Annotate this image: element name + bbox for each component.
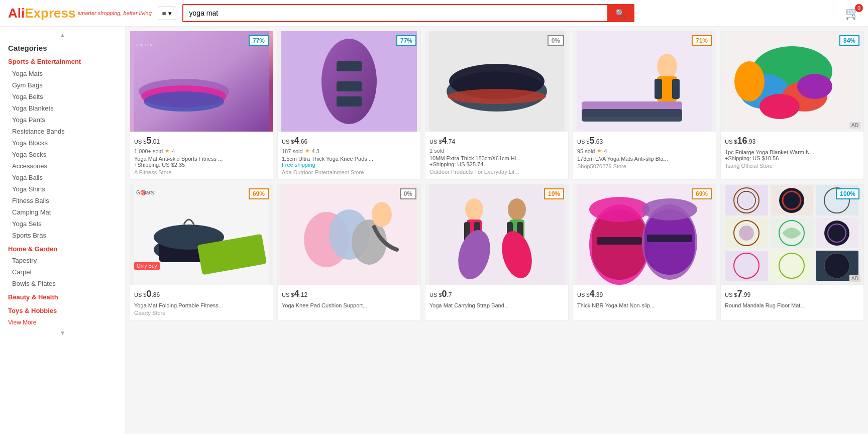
product-price: US $4.66 <box>282 136 416 146</box>
product-info: US $16.93 1pc Enlarge Yoga Blanket Warm … <box>721 132 863 173</box>
cart-badge: 0 <box>855 4 863 12</box>
sidebar-item-beauty-health[interactable]: Beauty & Health <box>0 289 125 303</box>
product-card[interactable]: 19% US $0.7 Yoga Mat Carrying Strap Band… <box>425 184 569 320</box>
sidebar-scroll-down[interactable]: ▼ <box>0 329 125 338</box>
product-price: US $4.12 <box>282 289 416 299</box>
logo-subtitle: smarter shopping, better living <box>77 10 151 16</box>
logo-text: AliExpress <box>8 6 75 21</box>
sidebar-item-yoga-mats[interactable]: Yoga Mats <box>0 68 125 79</box>
product-price: US $5.63 <box>577 136 712 146</box>
product-card[interactable]: 69% US $4.39 Thick NBR Yoga Mat Non-slip… <box>573 184 716 320</box>
sidebar-item-yoga-socks[interactable]: Yoga Socks <box>0 149 125 160</box>
logo-ali: Ali <box>8 6 25 21</box>
store-name: Outdoor Products For Everyday Lif... <box>429 169 564 175</box>
product-card[interactable]: G🎯arty 69% Only Buy <box>130 184 273 320</box>
svg-rect-60 <box>725 185 768 215</box>
svg-rect-9 <box>337 96 362 106</box>
sidebar-item-yoga-sets[interactable]: Yoga Sets <box>0 218 125 230</box>
store-name: Gaarty Store <box>134 310 269 316</box>
discount-badge: 0% <box>548 35 564 46</box>
svg-point-3 <box>144 91 224 112</box>
product-price: US $0.7 <box>429 289 564 299</box>
sidebar-item-gym-bags[interactable]: Gym Bags <box>0 79 125 91</box>
product-card[interactable]: 0% US $4.74 1 sold 10MM Extra Thick 183c… <box>425 31 569 180</box>
product-grid: yoga mat 77% US $5.01 1,000+ sold ★ 4 Yo… <box>130 31 864 320</box>
sidebar-item-yoga-blocks[interactable]: Yoga Blocks <box>0 137 125 149</box>
sidebar-item-sports-entertainment[interactable]: Sports & Entertainment <box>0 55 125 68</box>
product-info: US $4.12 Yoga Knee Pad Cushion Support..… <box>278 285 420 314</box>
product-card[interactable]: 0% US $4.12 Yoga Knee Pad Cushion Suppor… <box>277 184 421 320</box>
sidebar-item-yoga-shirts[interactable]: Yoga Shirts <box>0 183 125 195</box>
product-title: 10MM Extra Thick 183cmX61cm Hi... <box>429 155 564 161</box>
svg-point-70 <box>739 226 754 241</box>
svg-rect-39 <box>429 184 565 285</box>
sidebar-item-accessories[interactable]: Accessories <box>0 160 125 172</box>
svg-rect-20 <box>672 79 680 99</box>
svg-rect-16 <box>582 109 682 122</box>
svg-point-56 <box>642 198 697 221</box>
search-button[interactable]: 🔍 <box>607 5 633 21</box>
product-title: Yoga Mat Folding Portable Fitness... <box>134 302 269 308</box>
shipping-info: +Shipping: US $10.56 <box>725 155 859 161</box>
store-name: Tsang Official Store <box>725 163 859 169</box>
svg-point-44 <box>508 198 526 221</box>
svg-point-53 <box>589 197 649 222</box>
product-info: US $0.86 Yoga Mat Folding Portable Fitne… <box>130 285 273 320</box>
sidebar-item-yoga-balls[interactable]: Yoga Balls <box>0 172 125 183</box>
sidebar-item-home-garden[interactable]: Home & Garden <box>0 241 125 255</box>
search-bar: 🔍 <box>182 4 634 22</box>
discount-badge: 77% <box>249 35 269 46</box>
menu-button[interactable]: ≡ ▾ <box>158 7 176 20</box>
sidebar-item-carpet[interactable]: Carpet <box>0 266 125 278</box>
discount-badge: 19% <box>544 188 564 199</box>
sidebar-item-tapestry[interactable]: Tapestry <box>0 255 125 266</box>
shipping-info: Free shipping <box>282 162 416 168</box>
product-info: US $4.74 1 sold 10MM Extra Thick 183cmX6… <box>425 132 568 179</box>
product-card[interactable]: 71% US $5.63 95 sold ★ 4 173cm EVA Yoga … <box>573 31 716 180</box>
product-card[interactable]: yoga mat 77% US $5.01 1,000+ sold ★ 4 Yo… <box>130 31 273 180</box>
sidebar-item-yoga-blankets[interactable]: Yoga Blankets <box>0 102 125 114</box>
sidebar-title: Categories <box>0 40 125 55</box>
product-info: US $5.01 1,000+ sold ★ 4 Yoga Mat Anti-s… <box>130 132 273 179</box>
product-image: 69% <box>573 184 716 285</box>
svg-rect-78 <box>771 251 813 281</box>
svg-point-26 <box>797 74 832 99</box>
product-image: 100% AD <box>721 184 863 285</box>
discount-badge: 69% <box>692 188 712 199</box>
sidebar-item-camping-mat[interactable]: Camping Mat <box>0 206 125 218</box>
ad-badge: AD <box>849 122 860 129</box>
only-badge: Only Buy <box>134 262 160 270</box>
svg-point-13 <box>448 89 546 104</box>
product-title: 173cm EVA Yoga Mats Anti-slip Bla... <box>577 156 712 162</box>
header: AliExpress smarter shopping, better livi… <box>0 0 868 27</box>
sidebar-item-toys-hobbies[interactable]: Toys & Hobbies <box>0 303 125 316</box>
product-card[interactable]: 100% AD US $7.99 Round Mandala Rug Floor… <box>720 184 864 320</box>
product-price: US $5.01 <box>134 136 269 146</box>
product-card[interactable]: 77% US $4.66 187 sold ★ 4.3 1.5cm Ultra … <box>277 31 421 180</box>
svg-point-27 <box>734 61 765 101</box>
main-layout: ▲ Categories Sports & Entertainment Yoga… <box>0 27 868 434</box>
sidebar-item-bowls-plates[interactable]: Bowls & Plates <box>0 278 125 289</box>
svg-rect-19 <box>655 79 662 99</box>
menu-icon: ≡ <box>162 10 166 17</box>
product-card[interactable]: 84% AD US $16.93 1pc Enlarge Yoga Blanke… <box>720 31 864 180</box>
product-title: Yoga Knee Pad Cushion Support... <box>282 302 416 308</box>
product-image: G🎯arty 69% Only Buy <box>130 184 273 285</box>
sidebar-item-yoga-belts[interactable]: Yoga Belts <box>0 91 125 102</box>
sidebar-item-yoga-pants[interactable]: Yoga Pants <box>0 114 125 126</box>
product-title: Round Mandala Rug Floor Mat... <box>725 302 859 308</box>
ad-badge: AD <box>849 275 860 282</box>
sidebar-scroll-up[interactable]: ▲ <box>0 31 125 40</box>
discount-badge: 69% <box>249 188 269 199</box>
sidebar-item-sports-bras[interactable]: Sports Bras <box>0 230 125 241</box>
product-image: 0% <box>425 31 568 132</box>
cart-icon[interactable]: 🛒 0 <box>845 6 860 20</box>
svg-text:yoga mat: yoga mat <box>136 42 155 47</box>
product-price: US $7.99 <box>725 289 859 299</box>
menu-chevron: ▾ <box>168 10 172 17</box>
discount-badge: 77% <box>396 35 416 46</box>
sidebar-item-resistance-bands[interactable]: Resistance Bands <box>0 126 125 137</box>
search-input[interactable] <box>183 5 607 21</box>
sidebar-item-fitness-balls[interactable]: Fitness Balls <box>0 195 125 206</box>
view-more[interactable]: View More <box>0 316 125 329</box>
